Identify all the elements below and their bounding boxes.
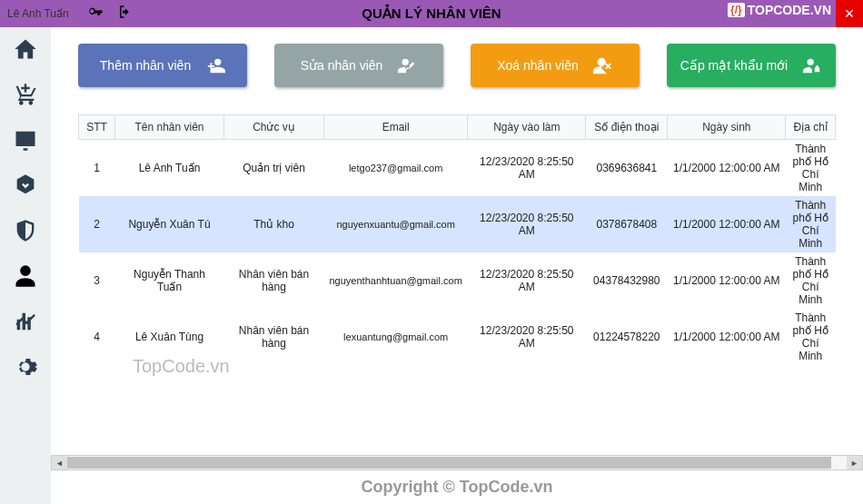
col-birth[interactable]: Ngày sinh xyxy=(668,115,786,140)
cell-join_date[interactable]: 12/23/2020 8:25:50 AM xyxy=(468,309,586,365)
col-stt[interactable]: STT xyxy=(79,115,115,140)
scroll-track[interactable] xyxy=(67,456,847,469)
table-row[interactable]: 2Nguyễn Xuân TúThủ khonguyenxuantu@gmail… xyxy=(79,196,836,252)
col-address[interactable]: Địa chỉ xyxy=(786,115,836,140)
button-label: Xoá nhân viên xyxy=(497,58,579,73)
footer: ◄ ► Copyright © TopCode.vn xyxy=(51,455,863,504)
cell-address[interactable]: Thành phố Hồ Chí Minh xyxy=(786,309,836,365)
titlebar: Lê Anh Tuấn QUẢN LÝ NHÂN VIÊN {/} TOPCOD… xyxy=(0,0,863,27)
page-title: QUẢN LÝ NHÂN VIÊN xyxy=(362,5,501,22)
cell-stt[interactable]: 4 xyxy=(79,309,115,365)
button-label: Thêm nhân viên xyxy=(100,58,191,73)
action-bar: Thêm nhân viên Sửa nhân viên Xoá nhân vi… xyxy=(78,44,836,87)
cell-address[interactable]: Thành phố Hồ Chí Minh xyxy=(786,196,836,252)
cell-phone[interactable]: 01224578220 xyxy=(586,309,668,365)
logout-icon[interactable] xyxy=(117,4,134,24)
table-row[interactable]: 4Lê Xuân TùngNhân viên bán hànglexuantun… xyxy=(79,309,836,365)
delete-employee-button[interactable]: Xoá nhân viên xyxy=(471,44,640,87)
cell-email[interactable]: letgo237@gmail.com xyxy=(324,140,468,197)
cell-stt[interactable]: 2 xyxy=(79,196,115,252)
cell-email[interactable]: nguyenthanhtuan@gmail.com xyxy=(324,252,468,309)
add-employee-button[interactable]: Thêm nhân viên xyxy=(78,44,247,87)
person-icon[interactable] xyxy=(13,263,38,289)
titlebar-actions xyxy=(87,4,134,24)
cell-birth_date[interactable]: 1/1/2000 12:00:00 AM xyxy=(668,196,786,252)
username-label: Lê Anh Tuấn xyxy=(7,7,69,20)
person-edit-icon xyxy=(397,55,417,75)
reset-password-button[interactable]: Cấp mật khẩu mới xyxy=(667,44,836,87)
employee-table-area: STT Tên nhân viên Chức vụ Email Ngày vào… xyxy=(78,114,836,495)
cell-email[interactable]: nguyenxuantu@gmail.com xyxy=(324,196,468,252)
key-icon[interactable] xyxy=(87,4,104,24)
logo-text: TOPCODE.VN xyxy=(748,3,831,17)
gear-icon[interactable] xyxy=(13,354,38,380)
table-row[interactable]: 1Lê Anh TuấnQuản trị viênletgo237@gmail.… xyxy=(79,140,836,197)
sidebar xyxy=(0,27,51,504)
stats-icon[interactable] xyxy=(13,309,38,334)
home-icon[interactable] xyxy=(13,36,38,62)
cell-join_date[interactable]: 12/23/2020 8:25:50 AM xyxy=(468,196,586,252)
horizontal-scrollbar[interactable]: ◄ ► xyxy=(51,455,863,470)
cell-name[interactable]: Lê Xuân Tùng xyxy=(115,309,224,365)
cell-join_date[interactable]: 12/23/2020 8:25:50 AM xyxy=(468,140,586,197)
main-content: Thêm nhân viên Sửa nhân viên Xoá nhân vi… xyxy=(51,27,863,504)
col-phone[interactable]: Số điện thoại xyxy=(586,115,668,140)
employee-table[interactable]: STT Tên nhân viên Chức vụ Email Ngày vào… xyxy=(78,114,836,365)
cell-role[interactable]: Quản trị viên xyxy=(224,140,324,197)
edit-employee-button[interactable]: Sửa nhân viên xyxy=(274,44,443,87)
cell-stt[interactable]: 1 xyxy=(79,140,115,197)
cell-birth_date[interactable]: 1/1/2000 12:00:00 AM xyxy=(668,309,786,365)
cell-stt[interactable]: 3 xyxy=(79,252,115,309)
scroll-right-arrow[interactable]: ► xyxy=(847,456,862,469)
cell-birth_date[interactable]: 1/1/2000 12:00:00 AM xyxy=(668,140,786,197)
person-delete-icon xyxy=(593,55,613,75)
cell-birth_date[interactable]: 1/1/2000 12:00:00 AM xyxy=(668,252,786,309)
person-lock-icon xyxy=(802,55,822,75)
cell-phone[interactable]: 04378432980 xyxy=(586,252,668,309)
logo-bracket-icon: {/} xyxy=(728,3,745,17)
col-join[interactable]: Ngày vào làm xyxy=(468,115,586,140)
close-button[interactable]: × xyxy=(836,0,863,27)
button-label: Sửa nhân viên xyxy=(301,58,383,73)
cell-role[interactable]: Nhân viên bán hàng xyxy=(224,309,324,365)
person-add-icon xyxy=(205,55,225,75)
cell-phone[interactable]: 0378678408 xyxy=(586,196,668,252)
col-email[interactable]: Email xyxy=(324,115,468,140)
cell-role[interactable]: Thủ kho xyxy=(224,196,324,252)
cell-join_date[interactable]: 12/23/2020 8:25:50 AM xyxy=(468,252,586,309)
cell-phone[interactable]: 0369636841 xyxy=(586,140,668,197)
table-header-row: STT Tên nhân viên Chức vụ Email Ngày vào… xyxy=(79,115,836,140)
col-name[interactable]: Tên nhân viên xyxy=(115,115,224,140)
cell-email[interactable]: lexuantung@gmail.com xyxy=(324,309,468,365)
cell-name[interactable]: Lê Anh Tuấn xyxy=(115,140,224,197)
cell-name[interactable]: Nguyễn Xuân Tú xyxy=(115,196,224,252)
scroll-left-arrow[interactable]: ◄ xyxy=(52,456,67,469)
cell-role[interactable]: Nhân viên bán hàng xyxy=(224,252,324,309)
cell-address[interactable]: Thành phố Hồ Chí Minh xyxy=(786,252,836,309)
button-label: Cấp mật khẩu mới xyxy=(680,58,788,73)
cell-name[interactable]: Nguyễn Thanh Tuấn xyxy=(115,252,224,309)
copyright-text: Copyright © TopCode.vn xyxy=(51,470,863,504)
download-hex-icon[interactable] xyxy=(13,173,38,198)
cart-add-icon[interactable] xyxy=(13,82,38,107)
brand-logo: {/} TOPCODE.VN xyxy=(728,3,831,17)
cell-address[interactable]: Thành phố Hồ Chí Minh xyxy=(786,140,836,197)
monitor-icon[interactable] xyxy=(13,127,38,153)
col-role[interactable]: Chức vụ xyxy=(224,115,324,140)
scroll-thumb[interactable] xyxy=(67,457,831,469)
table-row[interactable]: 3Nguyễn Thanh TuấnNhân viên bán hàngnguy… xyxy=(79,252,836,309)
shield-icon[interactable] xyxy=(13,218,38,243)
